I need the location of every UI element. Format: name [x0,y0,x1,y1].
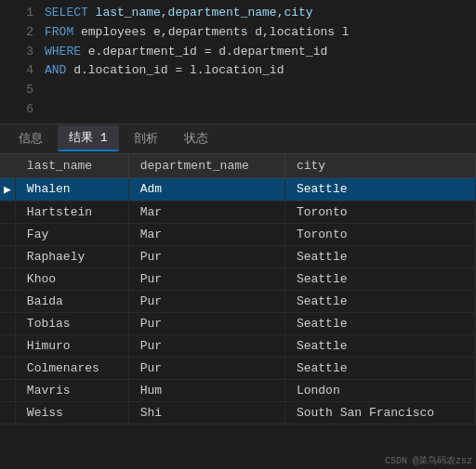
line-content: AND d.location_id = l.location_id [45,61,284,81]
line-number: 6 [7,100,33,120]
tab-状态[interactable]: 状态 [173,126,219,150]
cell-department_name: Hum [128,379,284,401]
line-content: WHERE e.department_id = d.department_id [45,43,327,62]
table-row[interactable]: BaidaPurSeattle [0,290,476,312]
table-row[interactable]: ▶WhalenAdmSeattle [0,177,476,201]
table-row[interactable]: TobiasPurSeattle [0,312,476,334]
watermark: CSDN @菜鸟码农zsz [385,454,472,467]
table-row[interactable]: FayMarToronto [0,223,476,245]
row-indicator [0,334,15,357]
row-indicator [0,201,15,223]
cell-last_name: Whalen [15,177,128,201]
row-indicator [0,290,15,312]
cell-city: Seattle [284,267,475,290]
table-row[interactable]: WeissShiSouth San Francisco [0,401,476,423]
cell-last_name: Tobias [15,312,128,334]
row-indicator [0,312,15,334]
col-header-last_name[interactable]: last_name [15,154,128,178]
cell-department_name: Pur [128,357,284,379]
cell-last_name: Raphaely [15,245,128,267]
line-number: 3 [7,43,33,62]
cell-city: Toronto [284,223,475,245]
results-table: last_namedepartment_namecity▶WhalenAdmSe… [0,154,476,424]
row-indicator: ▶ [0,177,15,201]
cell-last_name: Mavris [15,379,128,401]
cell-department_name: Pur [128,267,284,290]
cell-last_name: Hartstein [15,201,128,223]
cell-department_name: Pur [128,334,284,357]
col-indicator [0,154,15,178]
row-indicator [0,245,15,267]
tab-剖析[interactable]: 剖析 [123,126,169,150]
row-indicator [0,267,15,290]
cell-city: London [284,379,475,401]
table-row[interactable]: HartsteinMarToronto [0,201,476,223]
cell-department_name: Pur [128,245,284,267]
line-number: 1 [7,4,33,23]
line-number: 5 [7,81,33,100]
cell-last_name: Colmenares [15,357,128,379]
cell-city: South San Francisco [284,401,475,423]
cell-city: Seattle [284,177,475,201]
code-editor[interactable]: 1SELECT last_name,department_name,city2F… [0,0,476,124]
code-line: 1SELECT last_name,department_name,city [0,4,476,23]
tab-结果1[interactable]: 结果 1 [58,125,119,151]
col-header-department_name[interactable]: department_name [128,154,284,178]
cell-department_name: Mar [128,223,284,245]
tab-信息[interactable]: 信息 [7,126,54,150]
cell-department_name: Mar [128,201,284,223]
cell-city: Seattle [284,334,475,357]
line-number: 2 [7,23,33,43]
row-indicator [0,223,15,245]
table-row[interactable]: RaphaelyPurSeattle [0,245,476,267]
cell-last_name: Khoo [15,267,128,290]
cell-department_name: Pur [128,312,284,334]
row-indicator [0,357,15,379]
cell-city: Toronto [284,201,475,223]
cell-city: Seattle [284,290,475,312]
cell-department_name: Pur [128,290,284,312]
row-indicator [0,379,15,401]
line-content: FROM employees e,departments d,locations… [45,23,350,43]
cell-city: Seattle [284,245,475,267]
cell-city: Seattle [284,312,475,334]
cell-last_name: Weiss [15,401,128,423]
cell-last_name: Himuro [15,334,128,357]
table-row[interactable]: MavrisHumLondon [0,379,476,401]
cell-department_name: Shi [128,401,284,423]
row-indicator [0,401,15,423]
line-content: SELECT last_name,department_name,city [45,4,313,23]
table-row[interactable]: ColmenaresPurSeattle [0,357,476,379]
code-line: 4AND d.location_id = l.location_id [0,61,476,81]
code-line: 5 [0,81,476,100]
cell-city: Seattle [284,357,475,379]
tabs-bar: 信息结果 1剖析状态 [0,124,476,154]
col-header-city[interactable]: city [284,154,475,178]
cell-last_name: Baida [15,290,128,312]
results-area[interactable]: last_namedepartment_namecity▶WhalenAdmSe… [0,154,476,424]
line-number: 4 [7,61,33,81]
table-row[interactable]: HimuroPurSeattle [0,334,476,357]
code-line: 3WHERE e.department_id = d.department_id [0,43,476,62]
cell-department_name: Adm [128,177,284,201]
code-line: 6 [0,100,476,120]
code-line: 2FROM employees e,departments d,location… [0,23,476,43]
cell-last_name: Fay [15,223,128,245]
table-row[interactable]: KhooPurSeattle [0,267,476,290]
